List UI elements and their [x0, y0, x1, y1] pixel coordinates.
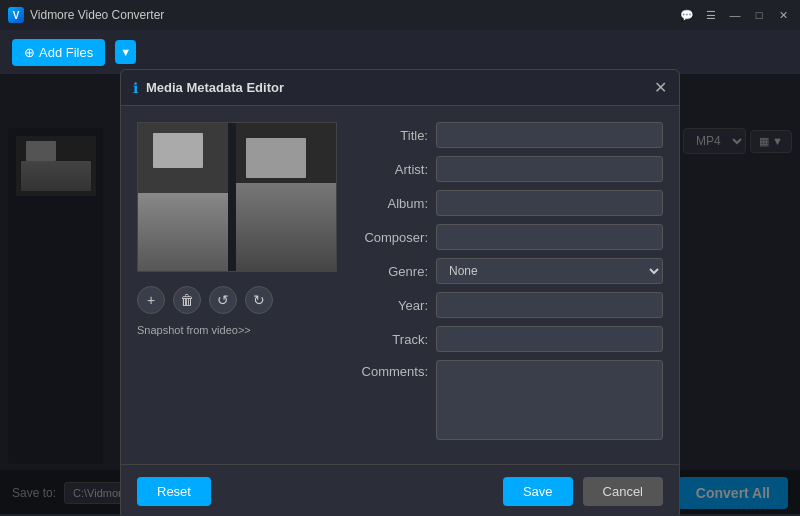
- add-files-label: Add Files: [39, 45, 93, 60]
- track-row: Track:: [353, 326, 663, 352]
- artist-input[interactable]: [436, 156, 663, 182]
- genre-row: Genre: None Rock Pop Jazz Classical Elec…: [353, 258, 663, 284]
- preview-frame-right: [236, 123, 336, 272]
- titlebar: V Vidmore Video Converter 💬 ☰ — □ ✕: [0, 0, 800, 30]
- minimize-button[interactable]: —: [726, 8, 744, 22]
- title-input[interactable]: [436, 122, 663, 148]
- app-title: Vidmore Video Converter: [30, 8, 678, 22]
- reset-button[interactable]: Reset: [137, 477, 211, 506]
- modal-close-button[interactable]: ✕: [654, 80, 667, 96]
- modal-header: ℹ Media Metadata Editor ✕: [121, 70, 679, 106]
- album-label: Album:: [353, 196, 428, 211]
- artist-label: Artist:: [353, 162, 428, 177]
- media-preview: [137, 122, 337, 272]
- year-row: Year:: [353, 292, 663, 318]
- delete-media-button[interactable]: 🗑: [173, 286, 201, 314]
- album-row: Album:: [353, 190, 663, 216]
- add-files-button[interactable]: ⊕ Add Files: [12, 39, 105, 66]
- media-panel: + 🗑 ↺ ↻ Snapshot from video>>: [137, 122, 337, 448]
- genre-select[interactable]: None Rock Pop Jazz Classical Electronic: [436, 258, 663, 284]
- artist-row: Artist:: [353, 156, 663, 182]
- composer-input[interactable]: [436, 224, 663, 250]
- cancel-button[interactable]: Cancel: [583, 477, 663, 506]
- add-media-button[interactable]: +: [137, 286, 165, 314]
- comments-textarea[interactable]: [436, 360, 663, 440]
- window-controls: 💬 ☰ — □ ✕: [678, 8, 792, 22]
- modal-body: + 🗑 ↺ ↻ Snapshot from video>> Title: Art…: [121, 106, 679, 464]
- modal-footer: Reset Save Cancel: [121, 464, 679, 516]
- add-icon: ⊕: [24, 45, 35, 60]
- chat-button[interactable]: 💬: [678, 8, 696, 22]
- year-input[interactable]: [436, 292, 663, 318]
- track-label: Track:: [353, 332, 428, 347]
- year-label: Year:: [353, 298, 428, 313]
- title-label: Title:: [353, 128, 428, 143]
- media-controls: + 🗑 ↺ ↻: [137, 282, 337, 318]
- undo-button[interactable]: ↺: [209, 286, 237, 314]
- snapshot-link[interactable]: Snapshot from video>>: [137, 324, 337, 336]
- add-files-dropdown-button[interactable]: ▼: [115, 40, 136, 64]
- footer-actions: Save Cancel: [503, 477, 663, 506]
- modal-overlay: ℹ Media Metadata Editor ✕ + 🗑 ↺ ↻: [0, 74, 800, 514]
- redo-button[interactable]: ↻: [245, 286, 273, 314]
- comments-row: Comments:: [353, 360, 663, 440]
- info-icon: ℹ: [133, 80, 138, 96]
- maximize-button[interactable]: □: [750, 8, 768, 22]
- comments-label: Comments:: [353, 364, 428, 379]
- album-input[interactable]: [436, 190, 663, 216]
- track-input[interactable]: [436, 326, 663, 352]
- title-row: Title:: [353, 122, 663, 148]
- metadata-editor-modal: ℹ Media Metadata Editor ✕ + 🗑 ↺ ↻: [120, 69, 680, 516]
- modal-title: Media Metadata Editor: [146, 80, 646, 95]
- genre-label: Genre:: [353, 264, 428, 279]
- composer-row: Composer:: [353, 224, 663, 250]
- toolbar: ⊕ Add Files ▼: [0, 30, 800, 74]
- save-button[interactable]: Save: [503, 477, 573, 506]
- composer-label: Composer:: [353, 230, 428, 245]
- main-area: MP4 ▦ ▼ ℹ Media Metadata Editor ✕: [0, 74, 800, 514]
- app-icon: V: [8, 7, 24, 23]
- metadata-form: Title: Artist: Album: Composer:: [353, 122, 663, 448]
- preview-frame-left: [138, 123, 228, 272]
- menu-button[interactable]: ☰: [702, 8, 720, 22]
- close-button[interactable]: ✕: [774, 8, 792, 22]
